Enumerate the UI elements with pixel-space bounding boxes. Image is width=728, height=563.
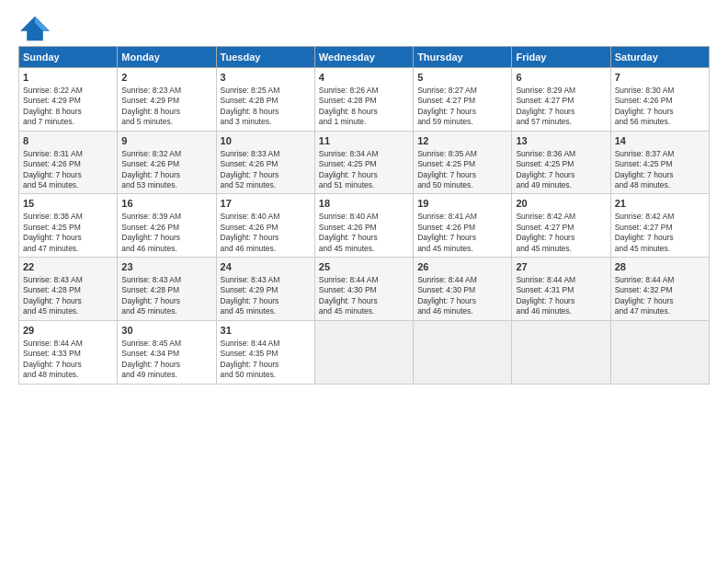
day-info: Sunset: 4:26 PM (615, 96, 705, 106)
day-info: Sunset: 4:27 PM (417, 96, 507, 106)
day-number: 27 (516, 260, 606, 274)
day-cell (610, 320, 709, 384)
day-info: Sunset: 4:30 PM (417, 285, 507, 295)
day-info: Sunset: 4:25 PM (615, 159, 705, 169)
day-cell: 14Sunrise: 8:37 AMSunset: 4:25 PMDayligh… (610, 131, 709, 194)
day-info: Sunset: 4:26 PM (221, 223, 311, 233)
day-info: Sunrise: 8:35 AM (417, 149, 507, 159)
day-info: Sunset: 4:30 PM (319, 285, 409, 295)
day-info: and 54 minutes. (23, 180, 113, 190)
day-info: Daylight: 7 hours (221, 170, 311, 180)
day-info: and 50 minutes. (221, 370, 311, 380)
day-number: 13 (516, 134, 606, 148)
day-info: Daylight: 7 hours (121, 360, 211, 370)
day-info: Daylight: 7 hours (221, 233, 311, 243)
day-info: Sunrise: 8:32 AM (121, 149, 211, 159)
day-info: Sunrise: 8:27 AM (417, 86, 507, 96)
day-info: Daylight: 7 hours (615, 233, 705, 243)
day-info: Sunset: 4:27 PM (615, 223, 705, 233)
col-header-tuesday: Tuesday (216, 47, 314, 68)
day-cell: 18Sunrise: 8:40 AMSunset: 4:26 PMDayligh… (314, 194, 413, 258)
day-cell: 30Sunrise: 8:45 AMSunset: 4:34 PMDayligh… (118, 320, 216, 384)
day-number: 8 (23, 134, 113, 148)
day-info: Sunrise: 8:26 AM (319, 86, 409, 96)
day-number: 12 (417, 134, 507, 148)
day-cell: 1Sunrise: 8:22 AMSunset: 4:29 PMDaylight… (19, 68, 118, 132)
day-cell: 25Sunrise: 8:44 AMSunset: 4:30 PMDayligh… (314, 258, 413, 321)
day-info: Sunrise: 8:30 AM (615, 86, 705, 96)
day-number: 5 (417, 71, 507, 85)
day-info: Daylight: 7 hours (417, 233, 507, 243)
day-cell: 20Sunrise: 8:42 AMSunset: 4:27 PMDayligh… (512, 194, 610, 258)
day-cell: 4Sunrise: 8:26 AMSunset: 4:28 PMDaylight… (314, 68, 413, 132)
day-info: Sunset: 4:26 PM (221, 159, 311, 169)
day-cell: 7Sunrise: 8:30 AMSunset: 4:26 PMDaylight… (610, 68, 709, 132)
day-number: 29 (23, 324, 113, 338)
day-info: Daylight: 7 hours (221, 360, 311, 370)
day-info: Sunrise: 8:44 AM (516, 275, 606, 285)
day-info: Sunrise: 8:44 AM (417, 275, 507, 285)
day-number: 14 (615, 134, 705, 148)
day-info: Daylight: 7 hours (23, 233, 113, 243)
day-info: Sunset: 4:32 PM (615, 285, 705, 295)
day-info: Sunrise: 8:23 AM (121, 86, 211, 96)
day-info: and 50 minutes. (417, 180, 507, 190)
day-info: Sunrise: 8:33 AM (221, 149, 311, 159)
day-info: Sunset: 4:33 PM (23, 349, 113, 359)
day-info: Daylight: 7 hours (615, 170, 705, 180)
day-info: Sunrise: 8:38 AM (23, 212, 113, 222)
day-info: Sunrise: 8:44 AM (615, 275, 705, 285)
day-info: Sunrise: 8:36 AM (516, 149, 606, 159)
day-number: 18 (319, 197, 409, 211)
day-info: and 51 minutes. (319, 180, 409, 190)
day-number: 19 (417, 197, 507, 211)
day-info: Sunrise: 8:45 AM (121, 339, 211, 349)
day-info: Daylight: 7 hours (516, 233, 606, 243)
day-info: Sunrise: 8:39 AM (121, 212, 211, 222)
day-info: and 46 minutes. (516, 306, 606, 316)
day-info: Sunrise: 8:43 AM (121, 275, 211, 285)
day-info: and 48 minutes. (23, 370, 113, 380)
day-info: Sunset: 4:25 PM (23, 223, 113, 233)
day-cell: 10Sunrise: 8:33 AMSunset: 4:26 PMDayligh… (216, 131, 314, 194)
day-info: Sunrise: 8:40 AM (319, 212, 409, 222)
day-info: Daylight: 7 hours (319, 233, 409, 243)
day-cell: 22Sunrise: 8:43 AMSunset: 4:28 PMDayligh… (19, 258, 118, 321)
day-info: and 46 minutes. (121, 244, 211, 254)
day-cell: 8Sunrise: 8:31 AMSunset: 4:26 PMDaylight… (19, 131, 118, 194)
day-info: and 49 minutes. (516, 180, 606, 190)
day-cell: 2Sunrise: 8:23 AMSunset: 4:29 PMDaylight… (118, 68, 216, 132)
day-info: Daylight: 7 hours (23, 296, 113, 306)
day-cell: 16Sunrise: 8:39 AMSunset: 4:26 PMDayligh… (118, 194, 216, 258)
day-info: Sunset: 4:27 PM (516, 96, 606, 106)
day-number: 9 (121, 134, 211, 148)
day-cell (512, 320, 610, 384)
day-cell: 5Sunrise: 8:27 AMSunset: 4:27 PMDaylight… (414, 68, 512, 132)
day-info: Daylight: 7 hours (417, 107, 507, 117)
day-info: Sunset: 4:27 PM (516, 223, 606, 233)
day-info: Sunset: 4:31 PM (516, 285, 606, 295)
day-info: Daylight: 8 hours (23, 107, 113, 117)
day-info: Sunset: 4:26 PM (319, 223, 409, 233)
day-cell: 26Sunrise: 8:44 AMSunset: 4:30 PMDayligh… (414, 258, 512, 321)
day-info: and 48 minutes. (615, 180, 705, 190)
day-cell: 6Sunrise: 8:29 AMSunset: 4:27 PMDaylight… (512, 68, 610, 132)
day-number: 25 (319, 260, 409, 274)
day-info: and 1 minute. (319, 117, 409, 127)
day-info: Daylight: 7 hours (417, 296, 507, 306)
day-number: 11 (319, 134, 409, 148)
day-cell: 11Sunrise: 8:34 AMSunset: 4:25 PMDayligh… (314, 131, 413, 194)
week-row-5: 29Sunrise: 8:44 AMSunset: 4:33 PMDayligh… (19, 320, 710, 384)
day-number: 22 (23, 260, 113, 274)
page: SundayMondayTuesdayWednesdayThursdayFrid… (0, 0, 728, 394)
day-info: Sunset: 4:35 PM (221, 349, 311, 359)
day-info: Daylight: 7 hours (615, 296, 705, 306)
calendar-header-row: SundayMondayTuesdayWednesdayThursdayFrid… (19, 47, 710, 68)
day-number: 23 (121, 260, 211, 274)
day-info: Daylight: 7 hours (121, 296, 211, 306)
day-info: Daylight: 7 hours (516, 107, 606, 117)
day-info: Sunrise: 8:43 AM (23, 275, 113, 285)
day-cell (314, 320, 413, 384)
day-info: Daylight: 7 hours (221, 296, 311, 306)
day-info: and 7 minutes. (23, 117, 113, 127)
